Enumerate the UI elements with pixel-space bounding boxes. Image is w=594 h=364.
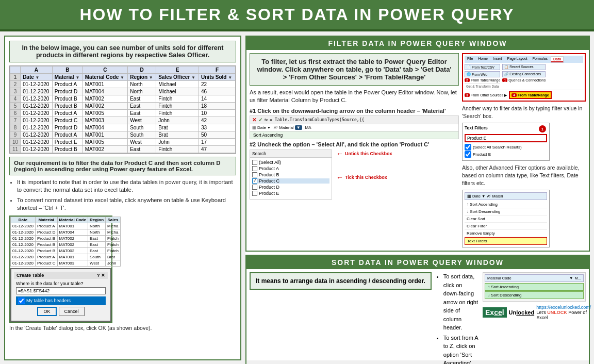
clear-sort-item[interactable]: Clear Sort [465,216,547,223]
checkbox-select-all[interactable] [252,160,257,165]
table-range-input[interactable] [16,287,106,294]
tab-data[interactable]: Data [551,56,564,62]
from-web-btn[interactable]: 🌐 From Web [465,71,500,77]
step2-label: #2 Uncheck the option – 'Select All', an… [250,141,459,147]
adv-filter-text: Another way to filter data is by typing … [462,105,586,120]
excel-logo-section: Excel Unlocked https://excelunlocked.com… [483,305,586,320]
untick-arrow: ← Untick this Checkbox [336,150,392,158]
check-product-d: Product D [252,185,329,190]
sort-descending-item[interactable]: ↓ Sort Descending [465,208,547,216]
material-code-col-header: Material Code ▼ [82,74,127,81]
check-product-b: Product B [252,172,329,177]
recent-sources-btn[interactable]: 📋 Recent Sources [502,64,546,70]
tf-checkbox-product-e[interactable] [465,151,471,158]
from-text-csv-btn[interactable]: 📄 From Text/CSV [465,64,500,70]
sort-asc-row[interactable]: ↑ Sort Ascending [485,283,584,291]
headers-checkbox-row: My table has headers [16,296,106,305]
check-select-all: (Select All) [252,160,329,165]
pq-sort-asc-row: Sort Ascending [250,131,458,139]
sort-dropdown-btn[interactable]: ▼ [569,276,573,280]
data-table: A B C D E F 1 Date ▼ Material ▼ Material… [9,65,236,154]
web-icon: 🌐 [467,72,471,76]
tab-file: File [465,56,475,62]
dialog-question: Where is the data for your table? [16,281,106,286]
existing-connections-btn[interactable]: 🔗 Existing Connections [502,71,546,77]
check-product-a: Product A [252,166,329,171]
text-filters-item[interactable]: Text Filters [465,237,547,245]
ribbon-get-data: 📄 From Text/CSV 🌐 From Web 2 From Table/… [465,64,500,88]
ribbon-queries: 📋 Recent Sources 🔗 Existing Connections … [502,64,546,82]
filter-content: To filter, let us first extract the tabl… [246,50,589,251]
sort-ascending-item[interactable]: ↑ Sort Ascending [465,201,547,208]
bullet-section: It is important to note that in order to… [9,178,236,212]
website-info: https://excelunlocked.com/ Let's UNLOCK … [536,305,591,320]
left-panel: In the below image, you can see number o… [4,36,241,360]
checkbox-product-a[interactable] [252,166,257,171]
badge-1: 1 [502,78,507,82]
check-product-e: Product E [252,191,329,196]
region-col-header: Region ▼ [128,74,156,81]
pq-material-col: Aᶜ Material ▼ [274,125,302,130]
check-product-c: ✓ Product C [252,178,329,184]
sort-right-text: To sort data, click on down-facing arrow… [436,272,478,364]
bottom-caption: In the 'Create Table' dialog box, click … [9,325,236,331]
ribbon-body: 📄 From Text/CSV 🌐 From Web 2 From Table/… [465,64,583,88]
bottom-section: DateMaterialMaterial CodeRegionSales 01-… [9,216,236,323]
col-e-header: E [156,67,199,74]
page-title: HOW TO FILTER & SORT DATA IN POWER QUERY [0,0,594,31]
tf-checkbox-all[interactable] [465,144,471,151]
filter-left: To filter, let us first extract the tabl… [250,53,459,247]
material-code-col-label: Material Code [487,276,512,280]
col-a-header: A [21,67,53,74]
text-filter-search-input[interactable]: Product E [465,134,547,142]
dialog-cancel-button[interactable]: Cancel [59,307,85,316]
sort-content: It means to arrange data in ascending / … [246,269,589,364]
tab-insert: Insert [491,56,504,62]
checkbox-product-b[interactable] [252,172,257,177]
clear-filter-item[interactable]: Clear Filter [465,223,547,230]
search-row: Search [250,150,332,158]
col-f-header: F [199,67,236,74]
filter-instruction: To filter, let us first extract the tabl… [250,53,459,86]
untick-label: Untick this Checkbox [345,151,392,156]
pq-matcode-col: MA [305,125,311,130]
step1-label: #1 Click on the downward-facing arrow on… [250,108,459,114]
excel-logo-box: Excel [483,307,507,318]
remove-empty-item[interactable]: Remove Empty [465,230,547,237]
right-panel: FILTER DATA IN POWER QUERY WINDOW To fil… [245,36,590,360]
tab-page-layout: Page Layout [505,56,529,62]
sort-panel-header: ▦ Date ▼ Aᶜ Materi [465,192,547,200]
arrow-left-icon-2: ← [336,173,343,181]
pq-filter-dropdown[interactable]: ▼ [295,125,302,130]
filter-section: FILTER DATA IN POWER QUERY WINDOW To fil… [245,36,590,252]
bullet-item-1: It is important to note that in order to… [17,178,236,194]
row-num-header [10,67,21,74]
arrow-labels: ← Untick this Checkbox ← Tick this Check… [336,150,392,181]
create-table-dialog: Create Table ? ✕ Where is the data for y… [10,268,111,322]
badge-3: 3 [465,93,470,97]
from-table-range-btn[interactable]: 4 From Table/Range [509,91,551,99]
tf-check-product-e: Product E [465,151,547,158]
unlock-text: UNLOCK [547,310,567,315]
dialog-buttons: OK Cancel [16,307,106,316]
pq-date-col: ▦ Date ▼ [252,125,271,130]
arrow-left-icon: ← [336,150,343,158]
checkbox-product-d[interactable] [252,185,257,190]
sort-desc-row[interactable]: ↓ Sort Descending [485,291,584,299]
checkbox-product-e[interactable] [252,191,257,196]
text-filters-panel: Text Filters 1 Product E (Select All Sea… [462,123,550,161]
pq-x-icon: ✕ [252,117,256,123]
dialog-ok-button[interactable]: OK [37,307,56,316]
checkbox-product-c[interactable]: ✓ [252,178,257,184]
from-table-label: From Table/Range [471,78,500,82]
col-b-header: B [52,67,82,74]
sort-section-header: SORT DATA IN POWER QUERY WINDOW [246,256,589,269]
requirement-text: Our requirement is to filter the data fo… [9,157,236,175]
website-url: https://excelunlocked.com/ [536,305,591,310]
table-row: 401-12-2020Product BMAT002EastFintch14 [10,95,236,103]
sales-officer-col-header: Sales Officer ▼ [156,74,199,81]
checkbox-list: (Select All) Product A Product B [250,158,332,199]
my-table-headers-checkbox[interactable] [18,297,25,304]
filter-right: File Home Insert Page Layout Formulas Da… [462,53,586,247]
table-row: 201-12-2020Product AMAT001NorthMichael22 [10,81,236,88]
